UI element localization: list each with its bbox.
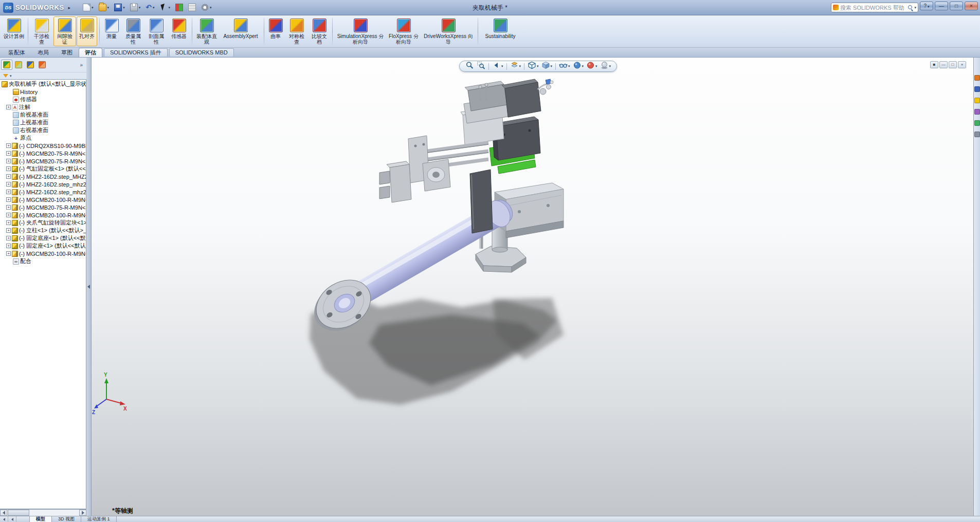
tab-scroll-left-button[interactable] bbox=[8, 516, 16, 522]
undo-button[interactable]: ↶▾ bbox=[143, 2, 156, 13]
zoom-fit-button[interactable] bbox=[464, 62, 475, 71]
search-icon[interactable] bbox=[908, 5, 913, 10]
close-button[interactable]: × bbox=[965, 2, 978, 10]
search-input[interactable] bbox=[839, 5, 908, 11]
search-scope-icon[interactable] bbox=[833, 5, 839, 10]
assembly-3d-model[interactable]: Y X Z bbox=[92, 58, 973, 516]
view-palette-icon[interactable] bbox=[974, 109, 980, 115]
search-dropdown-icon[interactable]: ▾ bbox=[914, 6, 916, 10]
tree-item[interactable]: 传感器 bbox=[0, 96, 86, 103]
expand-icon[interactable]: + bbox=[6, 197, 11, 202]
hide-show-items-button[interactable]: ▾ bbox=[558, 62, 571, 71]
minimize-document-button[interactable]: — bbox=[939, 61, 948, 68]
dropdown-icon[interactable]: ▾ bbox=[92, 6, 94, 10]
tree-item[interactable]: +(-) MGCMB20-75-R-M9N<1> bbox=[0, 150, 86, 157]
expand-icon[interactable]: + bbox=[6, 205, 11, 210]
dropdown-icon[interactable]: ▾ bbox=[210, 6, 212, 10]
tree-item[interactable]: +(-) MGCMB20-75-R-M9N<2> bbox=[0, 157, 86, 165]
dropdown-icon[interactable]: ▾ bbox=[609, 64, 611, 68]
design-library-icon[interactable] bbox=[974, 86, 980, 92]
symmetry-check-button[interactable]: 对称检查 bbox=[285, 16, 308, 46]
tree-item[interactable]: +(-) 气缸固定板<1> (默认<<默认>_显示状态 1>) bbox=[0, 165, 86, 173]
solidworks-resources-icon[interactable] bbox=[974, 75, 980, 81]
tree-item[interactable]: +(-) MGCMB20-100-R-M9N<2> bbox=[0, 211, 86, 219]
scroll-left-arrow[interactable] bbox=[0, 510, 7, 516]
tab-model[interactable]: 模型 bbox=[29, 516, 52, 522]
expand-icon[interactable]: + bbox=[6, 166, 11, 171]
tree-item[interactable]: +(-) CDRQ2XBS10-90-M9BL<1> bbox=[0, 142, 86, 150]
tab-layout[interactable]: 布局 bbox=[31, 48, 55, 57]
tree-item[interactable]: ∞配合 bbox=[0, 257, 86, 265]
tab-evaluate[interactable]: 评估 bbox=[79, 48, 102, 57]
dropdown-icon[interactable]: ▾ bbox=[582, 64, 584, 68]
tree-item[interactable]: +(-) 固定座<1> (默认<<默认>_显示状态 1>) bbox=[0, 242, 86, 250]
tree-horizontal-scrollbar[interactable] bbox=[0, 509, 86, 516]
curvature-button[interactable]: 曲率 bbox=[266, 16, 285, 46]
tree-item[interactable]: 前视基准面 bbox=[0, 111, 86, 119]
expand-icon[interactable]: + bbox=[6, 220, 11, 225]
expand-icon[interactable]: + bbox=[6, 174, 11, 179]
dropdown-icon[interactable]: ▾ bbox=[501, 64, 503, 68]
expand-icon[interactable]: + bbox=[6, 228, 11, 233]
expand-icon[interactable]: + bbox=[6, 213, 11, 217]
dropdown-icon[interactable]: ▾ bbox=[107, 6, 110, 10]
panel-tab-displaymanager[interactable] bbox=[37, 60, 48, 70]
panel-splitter[interactable] bbox=[86, 58, 92, 516]
open-button[interactable]: ▾ bbox=[97, 2, 112, 13]
print-button[interactable]: ▾ bbox=[128, 2, 143, 13]
sensors-button[interactable]: 传感器 bbox=[168, 16, 190, 46]
zoom-to-area-button[interactable] bbox=[476, 62, 486, 71]
apply-scene-button[interactable]: ▾ bbox=[585, 62, 598, 71]
panel-more-tabs-button[interactable]: » bbox=[77, 62, 85, 68]
dropdown-icon[interactable]: ▾ bbox=[595, 64, 597, 68]
assembly-visualization-button[interactable]: 装配体直观 bbox=[194, 16, 219, 46]
assemblyxpert-button[interactable]: AssemblyXpert bbox=[220, 16, 262, 46]
new-file-button[interactable]: ▾ bbox=[81, 2, 96, 13]
scroll-right-arrow[interactable] bbox=[79, 510, 86, 516]
tab-3d-views[interactable]: 3D 视图 bbox=[51, 516, 81, 522]
display-style-button[interactable]: ▾ bbox=[540, 62, 554, 71]
dropdown-icon[interactable]: ▾ bbox=[537, 64, 539, 68]
dropdown-icon[interactable]: ▾ bbox=[153, 6, 155, 10]
tree-item[interactable]: +(-) MGCMB20-100-R-M9N<3> bbox=[0, 250, 86, 257]
dropdown-icon[interactable]: ▾ bbox=[568, 64, 570, 68]
filter-icon[interactable] bbox=[3, 74, 8, 78]
rebuild-button[interactable] bbox=[173, 2, 185, 13]
interference-detection-button[interactable]: 干涉检查 bbox=[30, 16, 53, 46]
expand-icon[interactable]: + bbox=[6, 143, 11, 148]
tree-item[interactable]: +A注解 bbox=[0, 103, 86, 111]
orientation-triad[interactable]: Y X Z bbox=[92, 372, 127, 415]
scrollbar-thumb[interactable] bbox=[8, 510, 29, 516]
tab-motion-study-1[interactable]: 运动算例 1 bbox=[81, 516, 117, 522]
expand-icon[interactable]: + bbox=[6, 244, 11, 248]
tab-assembly[interactable]: 装配体 bbox=[2, 48, 31, 57]
dropdown-icon[interactable]: ▾ bbox=[139, 6, 141, 10]
tree-item[interactable]: +(-) 夹爪气缸旋转固定块<1> bbox=[0, 219, 86, 227]
tree-item[interactable]: +(-) MGCMB20-75-R-M9N<3> bbox=[0, 203, 86, 211]
tree-item[interactable]: +(-) MGCMB20-100-R-M9N<1> bbox=[0, 196, 86, 203]
previous-view-button[interactable]: ▾ bbox=[491, 62, 504, 71]
hole-alignment-button[interactable]: 孔对齐 bbox=[77, 16, 97, 46]
dropdown-icon[interactable]: ▾ bbox=[551, 64, 553, 68]
expand-icon[interactable]: + bbox=[6, 236, 11, 240]
tab-solidworks-addins[interactable]: SOLIDWORKS 插件 bbox=[104, 48, 168, 57]
filter-dropdown-icon[interactable]: ▾ bbox=[10, 74, 12, 78]
tab-scroll-start-button[interactable] bbox=[0, 516, 8, 522]
custom-properties-icon[interactable] bbox=[974, 132, 980, 137]
expand-icon[interactable]: + bbox=[6, 159, 11, 163]
tree-item[interactable]: +(-) MHZ2-16D2.step_mhz2-16d2-2<1> bbox=[0, 188, 86, 196]
dropdown-icon[interactable]: ▾ bbox=[123, 6, 125, 10]
appearances-scenes-icon[interactable] bbox=[974, 120, 980, 126]
tree-item[interactable]: History bbox=[0, 88, 86, 96]
close-document-button[interactable]: × bbox=[958, 61, 966, 68]
measure-button[interactable]: 测量 bbox=[102, 16, 121, 46]
tree-item[interactable]: +(-) MHZ2-16D2.step_MHZ2-16D2<1> bbox=[0, 173, 86, 180]
save-button[interactable]: ▾ bbox=[112, 2, 127, 13]
clearance-verification-button[interactable]: 间隙验证 bbox=[53, 16, 76, 46]
dropdown-icon[interactable]: ▾ bbox=[519, 64, 521, 68]
expand-icon[interactable]: + bbox=[6, 190, 11, 194]
tree-item[interactable]: +(-) 固定底座<1> (默认<<默认>_显示状态 1>) bbox=[0, 234, 86, 242]
help-button[interactable]: ?▾ bbox=[920, 2, 933, 10]
tree-item[interactable]: +原点 bbox=[0, 134, 86, 142]
sustainability-button[interactable]: Sustainability bbox=[480, 16, 520, 46]
